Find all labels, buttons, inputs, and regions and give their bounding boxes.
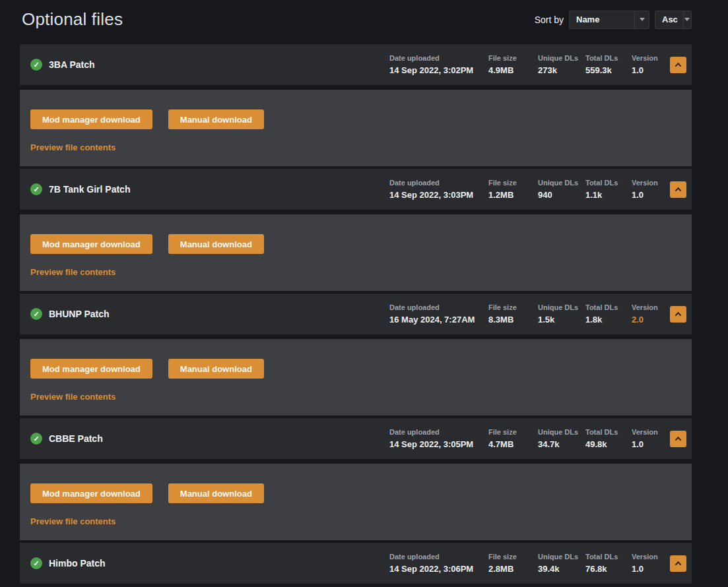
total-dls-column: Total DLs 1.8k	[585, 303, 632, 324]
version-column: Version 1.0	[632, 428, 670, 449]
total-dls-column: Total DLs 1.1k	[585, 179, 632, 200]
total-dls-value: 76.8k	[585, 564, 632, 574]
version-column: Version 1.0	[632, 179, 670, 200]
date-uploaded-label: Date uploaded	[389, 179, 488, 187]
date-uploaded-column: Date uploaded 14 Sep 2022, 3:02PM	[389, 54, 488, 75]
date-uploaded-column: Date uploaded 14 Sep 2022, 3:05PM	[389, 428, 488, 449]
file-name: 3BA Patch	[49, 59, 95, 70]
collapse-button[interactable]	[670, 57, 686, 73]
unique-dls-value: 39.4k	[538, 564, 585, 574]
manual-download-button[interactable]: Manual download	[168, 359, 264, 379]
mod-manager-download-button[interactable]: Mod manager download	[30, 234, 152, 254]
file-size-label: File size	[488, 303, 538, 311]
mod-manager-download-button[interactable]: Mod manager download	[30, 359, 152, 379]
manual-download-button[interactable]: Manual download	[168, 483, 264, 503]
date-uploaded-value: 14 Sep 2022, 3:02PM	[389, 65, 488, 75]
sort-field-select[interactable]: Name	[569, 11, 649, 29]
preview-file-contents-link[interactable]: Preview file contents	[30, 516, 116, 526]
total-dls-label: Total DLs	[585, 303, 632, 311]
file-name: BHUNP Patch	[49, 309, 110, 319]
file-size-column: File size 4.7MB	[488, 428, 538, 449]
file-header-row[interactable]: ✓ 7B Tank Girl Patch Date uploaded 14 Se…	[20, 169, 692, 210]
chevron-down-icon	[683, 11, 691, 28]
unique-dls-value: 34.7k	[538, 439, 585, 449]
file-expanded-panel: Mod manager download Manual download Pre…	[20, 214, 692, 291]
total-dls-column: Total DLs 49.8k	[585, 428, 632, 449]
file-header-row[interactable]: ✓ BHUNP Patch Date uploaded 16 May 2024,…	[20, 294, 692, 334]
file-expanded-panel: Mod manager download Manual download Pre…	[20, 90, 692, 166]
file-size-label: File size	[488, 54, 538, 62]
total-dls-value: 49.8k	[585, 439, 632, 449]
version-label: Version	[632, 303, 670, 311]
version-column: Version 1.0	[632, 54, 670, 75]
total-dls-label: Total DLs	[585, 54, 632, 62]
file-size-column: File size 1.2MB	[488, 179, 538, 200]
collapse-button[interactable]	[670, 431, 686, 447]
file-entry: ✓ CBBE Patch Date uploaded 14 Sep 2022, …	[20, 418, 692, 540]
mod-manager-download-button[interactable]: Mod manager download	[30, 483, 152, 503]
file-entry: ✓ BHUNP Patch Date uploaded 16 May 2024,…	[20, 294, 692, 416]
total-dls-label: Total DLs	[585, 553, 632, 561]
manual-download-button[interactable]: Manual download	[168, 234, 264, 254]
download-buttons: Mod manager download Manual download	[30, 359, 681, 379]
chevron-up-icon	[675, 561, 682, 567]
version-label: Version	[632, 428, 670, 436]
file-stats: Date uploaded 14 Sep 2022, 3:06PM File s…	[389, 553, 686, 574]
file-stats: Date uploaded 14 Sep 2022, 3:02PM File s…	[389, 54, 686, 75]
download-buttons: Mod manager download Manual download	[30, 234, 681, 254]
preview-file-contents-link[interactable]: Preview file contents	[30, 142, 116, 152]
page-title: Optional files	[22, 9, 123, 30]
file-size-label: File size	[488, 428, 538, 436]
unique-dls-column: Unique DLs 39.4k	[538, 553, 585, 574]
unique-dls-column: Unique DLs 1.5k	[538, 303, 585, 324]
file-name: Himbo Patch	[49, 558, 106, 569]
total-dls-value: 1.1k	[585, 190, 632, 200]
check-circle-icon: ✓	[30, 59, 42, 71]
file-size-column: File size 2.8MB	[488, 553, 538, 574]
file-size-value: 2.8MB	[488, 564, 538, 574]
chevron-up-icon	[675, 311, 682, 318]
version-label: Version	[632, 54, 670, 62]
preview-file-contents-link[interactable]: Preview file contents	[30, 392, 116, 402]
date-uploaded-label: Date uploaded	[389, 54, 488, 62]
version-value: 1.0	[632, 564, 670, 574]
unique-dls-column: Unique DLs 940	[538, 179, 585, 200]
file-header-row[interactable]: ✓ 3BA Patch Date uploaded 14 Sep 2022, 3…	[20, 44, 692, 85]
collapse-button[interactable]	[670, 181, 686, 198]
total-dls-label: Total DLs	[585, 179, 632, 187]
file-entry: ✓ 7B Tank Girl Patch Date uploaded 14 Se…	[20, 169, 692, 291]
file-expanded-panel: Mod manager download Manual download Pre…	[20, 464, 692, 540]
preview-file-contents-link[interactable]: Preview file contents	[30, 267, 116, 277]
download-buttons: Mod manager download Manual download	[30, 109, 681, 129]
file-stats: Date uploaded 16 May 2024, 7:27AM File s…	[389, 303, 686, 324]
manual-download-button[interactable]: Manual download	[168, 109, 264, 129]
file-size-value: 1.2MB	[488, 190, 538, 200]
file-name: 7B Tank Girl Patch	[49, 184, 130, 195]
total-dls-label: Total DLs	[585, 428, 632, 436]
version-column: Version 1.0	[632, 553, 670, 574]
date-uploaded-column: Date uploaded 16 May 2024, 7:27AM	[389, 303, 488, 324]
file-stats: Date uploaded 14 Sep 2022, 3:05PM File s…	[389, 428, 686, 449]
file-header-row[interactable]: ✓ CBBE Patch Date uploaded 14 Sep 2022, …	[20, 418, 692, 459]
file-size-value: 8.3MB	[488, 315, 538, 324]
collapse-button[interactable]	[670, 306, 686, 323]
file-name: CBBE Patch	[49, 433, 103, 444]
collapse-button[interactable]	[670, 555, 686, 572]
download-buttons: Mod manager download Manual download	[30, 483, 681, 503]
version-value: 2.0	[632, 315, 670, 324]
date-uploaded-label: Date uploaded	[389, 303, 488, 311]
file-header-row[interactable]: ✓ Himbo Patch Date uploaded 14 Sep 2022,…	[20, 543, 692, 584]
chevron-up-icon	[675, 187, 682, 193]
total-dls-column: Total DLs 76.8k	[585, 553, 632, 574]
date-uploaded-value: 14 Sep 2022, 3:06PM	[389, 564, 488, 574]
unique-dls-label: Unique DLs	[538, 54, 585, 62]
check-circle-icon: ✓	[30, 433, 42, 445]
file-expanded-panel: Mod manager download Manual download Pre…	[20, 339, 692, 416]
chevron-down-icon	[634, 11, 649, 28]
file-stats: Date uploaded 14 Sep 2022, 3:03PM File s…	[389, 179, 686, 200]
check-circle-icon: ✓	[30, 557, 42, 569]
sort-direction-select[interactable]: Asc	[655, 11, 692, 29]
mod-manager-download-button[interactable]: Mod manager download	[30, 109, 152, 129]
file-list: ✓ 3BA Patch Date uploaded 14 Sep 2022, 3…	[20, 44, 692, 587]
file-size-label: File size	[488, 553, 538, 561]
